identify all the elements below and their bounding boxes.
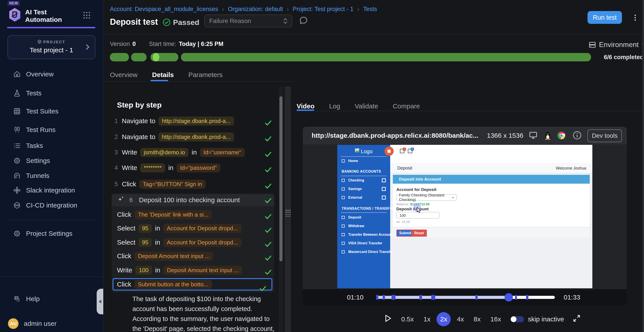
step-action: Write xyxy=(122,163,137,172)
timeline-event-marker[interactable] xyxy=(515,295,517,300)
sidebar-item-slack-integration[interactable]: Slack integration xyxy=(0,183,103,198)
sidebar-item-help[interactable]: ? Help xyxy=(0,292,103,306)
timeline-track[interactable] xyxy=(376,296,555,299)
sidebar-item-label: CI-CD integration xyxy=(26,202,77,209)
run-test-button[interactable]: Run test xyxy=(588,11,622,24)
speed-0.5x[interactable]: 0.5x xyxy=(401,316,414,323)
speed-16x[interactable]: 16x xyxy=(490,316,501,323)
step-row[interactable]: ClickThe 'Deposit' link with a si... xyxy=(117,210,274,220)
speed-2x[interactable]: 2x xyxy=(436,312,451,326)
step-row[interactable]: 4Write********inId="password" xyxy=(112,163,274,172)
step-selector-chip[interactable]: Submit button at the botto... xyxy=(134,280,212,289)
step-value-chip[interactable]: 95 xyxy=(138,238,152,247)
step-selector-chip[interactable]: Account for Deposit dropd... xyxy=(163,238,242,247)
step-selector-chip[interactable]: Id="username" xyxy=(200,148,245,157)
timeline-event-marker[interactable] xyxy=(419,295,422,300)
svg-text:?: ? xyxy=(16,296,17,300)
window-icon[interactable]: 0 xyxy=(408,149,412,153)
account-select[interactable]: Family Checking (Standard Checking) xyxy=(396,194,457,201)
sidebar-item-ci-cd-integration[interactable]: CI-CD integration xyxy=(0,198,103,213)
step-row[interactable]: 2Navigate tohttp://stage.dbank.prod-a... xyxy=(112,132,274,142)
tab-overview[interactable]: Overview xyxy=(110,71,138,78)
step-row[interactable]: 3Writejsmith@demo.ioinId="username" xyxy=(112,148,274,157)
bank-nav-checking[interactable]: Checking xyxy=(342,178,388,182)
step-row[interactable]: Select95inAccount for Deposit dropd... xyxy=(117,238,274,247)
breadcrumb-link[interactable]: Organization: default xyxy=(228,6,283,12)
sidebar-item-user[interactable]: AU admin user xyxy=(0,316,103,331)
sidebar-item-settings[interactable]: Settings xyxy=(0,153,103,168)
step-row[interactable]: 1Navigate tohttp://stage.dbank.prod-a... xyxy=(112,116,274,126)
step-selector-chip[interactable]: Deposit Amount text input ... xyxy=(163,266,242,275)
reset-button[interactable]: Reset xyxy=(412,230,427,237)
timeline-handle[interactable] xyxy=(504,293,513,302)
timeline-event-marker[interactable] xyxy=(476,295,478,300)
tab-details[interactable]: Details xyxy=(152,71,174,78)
breadcrumb-link[interactable]: Project: Test project - 1 xyxy=(293,6,354,12)
step-row[interactable]: Write100inDeposit Amount text input ... xyxy=(117,265,274,275)
timeline-event-marker[interactable] xyxy=(526,295,528,300)
bank-nav-deposit[interactable]: Deposit xyxy=(342,216,388,220)
window-icon[interactable]: 0 xyxy=(400,149,404,153)
tab-compare[interactable]: Compare xyxy=(392,102,420,110)
sidebar-item-overview[interactable]: Overview xyxy=(0,67,103,82)
step-value-chip[interactable]: 100 xyxy=(135,266,152,275)
sidebar-item-test-runs[interactable]: Test Runs xyxy=(0,122,103,137)
fullscreen-icon[interactable] xyxy=(573,314,580,324)
steps-scrollbar-thumb[interactable] xyxy=(280,96,282,261)
speed-4x[interactable]: 4x xyxy=(457,316,464,323)
step-row-selected[interactable]: ClickSubmit button at the botto... xyxy=(112,278,272,290)
step-selector-chip[interactable]: Id="password" xyxy=(176,163,220,172)
dev-tools-button[interactable]: Dev tools xyxy=(588,129,622,142)
sidebar-item-project-settings[interactable]: Project Settings xyxy=(0,226,103,241)
bank-nav-withdraw[interactable]: Withdraw xyxy=(342,224,388,228)
step-selector-chip[interactable]: The 'Deposit' link with a si... xyxy=(134,210,212,219)
step-value-chip[interactable]: ******** xyxy=(140,163,165,172)
bank-nav-home[interactable]: Home xyxy=(342,159,388,163)
sidebar-item-test-suites[interactable]: Test Suites xyxy=(0,104,103,119)
breadcrumb-link[interactable]: Tests xyxy=(363,6,377,12)
step-row[interactable]: Select95inAccount for Deposit dropd... xyxy=(117,224,274,233)
bank-nav-external[interactable]: External xyxy=(342,196,388,200)
play-icon[interactable] xyxy=(385,314,392,324)
sidebar-item-tasks[interactable]: Tasks xyxy=(0,138,103,153)
step-row[interactable]: 5ClickTag="BUTTON" Sign in xyxy=(112,179,274,189)
timeline-event-marker[interactable] xyxy=(383,295,385,300)
app-grid-icon[interactable] xyxy=(84,12,91,19)
step-selector-chip[interactable]: Account for Deposit dropd... xyxy=(163,224,242,233)
kebab-menu-icon[interactable] xyxy=(632,12,638,23)
bank-nav-savings[interactable]: Savings xyxy=(342,187,388,191)
comment-bubble-icon[interactable] xyxy=(299,16,308,27)
bank-nav-visa-direct-transfer[interactable]: VISA Direct Transfer xyxy=(342,241,388,245)
skip-inactive-toggle[interactable] xyxy=(511,316,524,322)
bank-nav-transfer-between-accounts[interactable]: Transfer Between Accounts xyxy=(342,233,388,237)
recording-indicator[interactable] xyxy=(384,146,394,156)
step-row[interactable]: ClickDeposit Amount text input ... xyxy=(117,251,274,261)
sidebar-item-tests[interactable]: Tests xyxy=(0,86,103,101)
timeline-event-marker[interactable] xyxy=(392,295,396,300)
step-value-chip[interactable]: 95 xyxy=(138,224,152,233)
bank-nav-mastercard-direct-transfer[interactable]: Mastercard Direct Transfer xyxy=(342,250,388,254)
step-group-header[interactable]: 6 Deposit 100 into checking account xyxy=(112,194,274,206)
step-value-chip[interactable]: jsmith@demo.io xyxy=(140,148,188,157)
breadcrumb-link[interactable]: Account: Devspace_all_module_licenses xyxy=(110,6,218,12)
sidebar-collapse-handle[interactable] xyxy=(97,289,103,314)
panel-drag-handle-icon[interactable] xyxy=(286,210,290,217)
tab-parameters[interactable]: Parameters xyxy=(188,71,222,78)
step-url-chip[interactable]: http://stage.dbank.prod-a... xyxy=(158,116,234,126)
window-scrollbar[interactable] xyxy=(642,0,644,332)
tab-log[interactable]: Log xyxy=(329,102,340,110)
tab-video[interactable]: Video xyxy=(296,102,314,110)
speed-1x[interactable]: 1x xyxy=(424,316,430,323)
monitor-icon[interactable] xyxy=(529,131,538,141)
step-selector-chip[interactable]: Deposit Amount text input ... xyxy=(134,252,213,261)
timeline-event-marker[interactable] xyxy=(431,295,435,300)
step-url-chip[interactable]: http://stage.dbank.prod-a... xyxy=(158,132,234,142)
project-selector[interactable]: PROJECT Test project - 1 xyxy=(8,35,95,59)
timeline-event-marker[interactable] xyxy=(376,295,378,300)
speed-8x[interactable]: 8x xyxy=(474,316,481,323)
step-selector-chip[interactable]: Tag="BUTTON" Sign in xyxy=(139,180,206,189)
tab-validate[interactable]: Validate xyxy=(355,102,378,110)
sidebar-item-tunnels[interactable]: Tunnels xyxy=(0,168,103,183)
info-icon[interactable] xyxy=(572,131,582,142)
failure-reason-select[interactable]: Failure Reason xyxy=(204,14,292,27)
